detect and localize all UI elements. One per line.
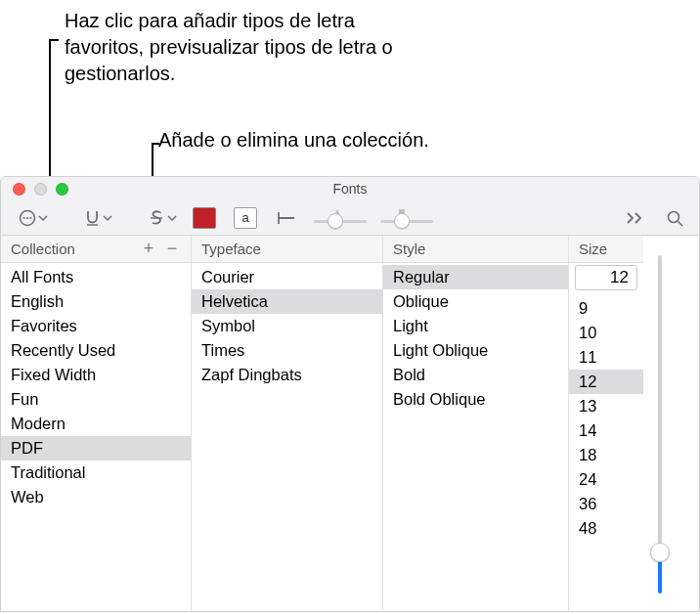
- style-item[interactable]: Oblique: [383, 289, 568, 314]
- toolbar-overflow-button[interactable]: [621, 204, 648, 232]
- size-input[interactable]: [575, 265, 637, 290]
- fonts-columns: Collection + − All FontsEnglishFavorites…: [1, 236, 699, 611]
- size-item[interactable]: 24: [569, 467, 643, 492]
- text-shadow-toggle[interactable]: [273, 204, 300, 232]
- shadow-opacity-slider[interactable]: ▲: [314, 204, 367, 232]
- window-zoom-button[interactable]: [56, 183, 68, 196]
- collection-column: Collection + − All FontsEnglishFavorites…: [1, 236, 192, 611]
- style-item[interactable]: Light: [383, 314, 568, 338]
- collection-item[interactable]: Traditional: [1, 460, 191, 485]
- typeface-column: Typeface CourierHelveticaSymbolTimesZapf…: [192, 236, 383, 611]
- typeface-list[interactable]: CourierHelveticaSymbolTimesZapf Dingbats: [192, 263, 382, 611]
- strikethrough-menu[interactable]: [148, 204, 177, 232]
- style-item[interactable]: Bold Oblique: [383, 387, 568, 412]
- typeface-header-label: Typeface: [201, 241, 261, 257]
- window-titlebar: Fonts: [1, 177, 699, 200]
- size-item[interactable]: 48: [569, 516, 643, 541]
- style-column: Style RegularObliqueLightLight ObliqueBo…: [383, 236, 569, 611]
- collection-item[interactable]: Favorites: [1, 314, 191, 338]
- add-collection-button[interactable]: +: [140, 239, 157, 259]
- svg-point-2: [26, 216, 28, 218]
- style-item[interactable]: Regular: [383, 265, 568, 289]
- document-color-well[interactable]: a: [232, 204, 259, 232]
- window-title: Fonts: [1, 181, 699, 197]
- underline-menu[interactable]: [83, 204, 112, 232]
- svg-line-10: [678, 221, 683, 226]
- callout-line: [49, 39, 59, 41]
- size-item[interactable]: 36: [569, 492, 643, 516]
- size-header-label: Size: [579, 241, 607, 257]
- style-item[interactable]: Bold: [383, 363, 568, 387]
- fonts-window: Fonts: [0, 176, 700, 612]
- svg-point-1: [23, 216, 25, 218]
- style-header-label: Style: [393, 241, 425, 257]
- size-item[interactable]: 13: [569, 394, 643, 418]
- typeface-item[interactable]: Zapf Dingbats: [192, 363, 382, 387]
- style-list[interactable]: RegularObliqueLightLight ObliqueBoldBold…: [383, 263, 568, 611]
- size-item[interactable]: 12: [569, 370, 643, 394]
- size-item[interactable]: 18: [569, 443, 643, 467]
- text-color-well[interactable]: [191, 204, 218, 232]
- typeface-item[interactable]: Helvetica: [192, 289, 382, 314]
- typeface-item[interactable]: Times: [192, 338, 382, 363]
- svg-point-9: [669, 211, 679, 222]
- typeface-header: Typeface: [192, 236, 382, 263]
- size-list[interactable]: 9101112131418243648: [569, 294, 643, 611]
- collection-header: Collection + −: [1, 236, 191, 263]
- size-item[interactable]: 9: [569, 296, 643, 321]
- fonts-toolbar: a ▲ ■: [1, 200, 699, 236]
- size-item[interactable]: 11: [569, 345, 643, 370]
- collection-item[interactable]: Modern: [1, 412, 191, 436]
- window-minimize-button[interactable]: [34, 183, 47, 196]
- svg-point-3: [29, 216, 31, 218]
- collection-item[interactable]: PDF: [1, 436, 191, 460]
- callout-more-options: Haz clic para añadir tipos de letra favo…: [65, 8, 397, 87]
- collection-header-label: Collection: [11, 241, 75, 257]
- collection-item[interactable]: Web: [1, 485, 191, 509]
- search-button[interactable]: [662, 204, 689, 232]
- callout-add-remove-collection: Añade o elimina una colección.: [158, 127, 569, 154]
- collection-item[interactable]: English: [1, 289, 191, 314]
- typeface-item[interactable]: Courier: [192, 265, 382, 289]
- size-item[interactable]: 10: [569, 321, 643, 345]
- size-item[interactable]: 14: [569, 418, 643, 443]
- window-close-button[interactable]: [13, 183, 25, 196]
- remove-collection-button[interactable]: −: [163, 239, 181, 259]
- collection-item[interactable]: Fun: [1, 387, 191, 412]
- collection-item[interactable]: All Fonts: [1, 265, 191, 289]
- size-column: Size 9101112131418243648: [569, 236, 699, 611]
- color-swatch: [193, 207, 216, 229]
- collection-item[interactable]: Fixed Width: [1, 363, 191, 387]
- style-item[interactable]: Light Oblique: [383, 338, 568, 363]
- window-traffic-lights: [1, 183, 68, 196]
- shadow-blur-slider[interactable]: ■: [380, 204, 433, 232]
- more-options-menu[interactable]: [19, 204, 48, 232]
- size-header: Size: [569, 236, 643, 263]
- doc-color-swatch: a: [234, 207, 257, 229]
- collection-item[interactable]: Recently Used: [1, 338, 191, 363]
- style-header: Style: [383, 236, 568, 263]
- size-slider[interactable]: [643, 236, 677, 611]
- collection-list[interactable]: All FontsEnglishFavoritesRecently UsedFi…: [1, 263, 191, 611]
- typeface-item[interactable]: Symbol: [192, 314, 382, 338]
